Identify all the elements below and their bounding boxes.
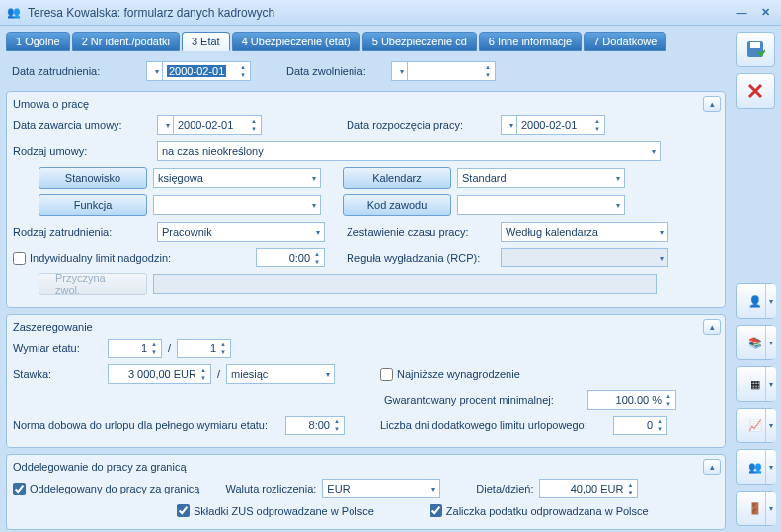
funkcja-combo[interactable]: ▾ <box>153 195 321 215</box>
przyczyna-zwol-input <box>153 274 657 294</box>
tab-nr-ident[interactable]: 2 Nr ident./podatki <box>72 32 180 51</box>
stawka-label: Stawka: <box>13 368 102 380</box>
najnizsze-checkbox[interactable]: Najniższe wynagrodzenie <box>380 368 520 381</box>
skladki-checkbox[interactable]: Składki ZUS odprowadzane w Polsce <box>177 504 374 517</box>
zestawienie-label: Zestawienie czasu pracy: <box>347 226 495 238</box>
tab-dodatkowe[interactable]: 7 Dodatkowe <box>584 32 666 51</box>
collapse-oddel[interactable]: ▴ <box>703 459 721 475</box>
action-6-button[interactable]: 🚪 <box>736 491 775 526</box>
wymiar-den-spinner[interactable]: 1▲▼ <box>177 339 231 358</box>
svg-rect-1 <box>750 42 760 48</box>
data-zwolnienia-field[interactable]: ▾ ▲▼ <box>391 61 496 81</box>
section-umowa-title: Umowa o pracę <box>13 98 719 110</box>
funkcja-button[interactable]: Funkcja <box>39 194 147 216</box>
tab-ubezpieczenie-etat[interactable]: 4 Ubezpieczenie (etat) <box>232 32 360 51</box>
norma-spinner[interactable]: 8:00▲▼ <box>285 416 345 435</box>
action-3-button[interactable]: ▦ <box>736 366 775 402</box>
liczba-dni-spinner[interactable]: 0▲▼ <box>613 416 667 435</box>
books-icon: 📚 <box>748 337 762 349</box>
kod-zawodu-combo[interactable]: ▾ <box>457 195 625 215</box>
data-rozpoczecia-field[interactable]: ▾ 2000-02-01▲▼ <box>501 115 605 135</box>
minimize-button[interactable]: — <box>732 4 751 22</box>
exit-icon: 🚪 <box>748 502 762 515</box>
wymiar-num-spinner[interactable]: 1▲▼ <box>108 339 162 358</box>
tab-ubezpieczenie-cd[interactable]: 5 Ubezpieczenie cd <box>362 32 477 51</box>
slash-label: / <box>168 342 171 354</box>
data-zwolnienia-label: Data zwolnienia: <box>286 65 385 77</box>
rodzaj-umowy-label: Rodzaj umowy: <box>13 145 151 157</box>
kalendarz-combo[interactable]: Standard▾ <box>457 168 625 188</box>
kod-zawodu-button[interactable]: Kod zawodu <box>343 194 451 216</box>
przyczyna-zwol-button: Przyczyna zwol. <box>39 273 147 295</box>
liczba-dni-label: Liczba dni dodatkowego limitu urlopowego… <box>380 419 607 431</box>
side-panel: 👤 📚 ▦ 📈 👥 🚪 <box>732 26 781 532</box>
section-oddelegowanie: Oddelegowanie do pracy za granicą ▴ Odde… <box>6 454 726 530</box>
rodzaj-umowy-combo[interactable]: na czas nieokreślony▾ <box>157 141 661 161</box>
section-zasz-title: Zaszeregowanie <box>13 321 719 333</box>
grid-icon: ▦ <box>750 378 760 391</box>
window-title: Teresa Kowalska: formularz danych kadrow… <box>28 6 728 20</box>
waluta-combo[interactable]: EUR▾ <box>322 479 440 498</box>
gwarant-spinner[interactable]: 100.00 %▲▼ <box>587 390 676 410</box>
tab-etat[interactable]: 3 Etat <box>182 32 230 51</box>
collapse-umowa[interactable]: ▴ <box>703 96 721 112</box>
oddelegowany-checkbox[interactable]: Oddelegowany do pracy za granicą <box>13 483 199 495</box>
zaliczka-checkbox[interactable]: Zaliczka podatku odprowadzana w Polsce <box>430 504 649 517</box>
action-4-button[interactable]: 📈 <box>736 408 775 443</box>
indyw-limit-checkbox[interactable]: Indywidualny limit nadgodzin: <box>13 252 171 265</box>
cancel-button[interactable] <box>736 73 775 109</box>
collapse-zasz[interactable]: ▴ <box>703 319 721 335</box>
regula-combo: ▾ <box>501 248 668 267</box>
chart-icon: 📈 <box>748 419 762 432</box>
stanowisko-button[interactable]: Stanowisko <box>39 167 147 189</box>
indyw-limit-spinner[interactable]: 0:00▲▼ <box>256 248 325 267</box>
data-rozpoczecia-label: Data rozpoczęcia pracy: <box>347 119 495 131</box>
wymiar-label: Wymiar etatu: <box>13 342 102 354</box>
gwarant-label: Gwarantowany procent minimalnej: <box>384 394 582 406</box>
zestawienie-combo[interactable]: Według kalendarza▾ <box>501 222 668 242</box>
people-icon: 👥 <box>748 461 762 474</box>
tab-ogolne[interactable]: 1 Ogólne <box>6 32 70 51</box>
data-zawarcia-field[interactable]: ▾ 2000-02-01▲▼ <box>157 115 262 135</box>
regula-label: Reguła wygładzania (RCP): <box>347 252 495 264</box>
waluta-label: Waluta rozliczenia: <box>225 483 316 494</box>
stanowisko-combo[interactable]: księgowa▾ <box>153 168 321 188</box>
section-umowa: Umowa o pracę ▴ Data zawarcia umowy: ▾ 2… <box>6 91 726 308</box>
section-zaszeregowanie: Zaszeregowanie ▴ Wymiar etatu: 1▲▼ / 1▲▼… <box>6 314 726 448</box>
section-oddel-title: Oddelegowanie do pracy za granicą <box>13 461 719 473</box>
rodzaj-zatrudnienia-combo[interactable]: Pracownik▾ <box>157 222 325 242</box>
tab-inne-informacje[interactable]: 6 Inne informacje <box>479 32 582 51</box>
stawka-per-combo[interactable]: miesiąc▾ <box>226 364 335 384</box>
dieta-label: Dieta/dzień: <box>476 483 533 494</box>
titlebar: 👥 Teresa Kowalska: formularz danych kadr… <box>0 0 781 26</box>
kalendarz-button[interactable]: Kalendarz <box>343 167 451 189</box>
dieta-spinner[interactable]: 40,00 EUR▲▼ <box>539 479 638 498</box>
tab-bar: 1 Ogólne 2 Nr ident./podatki 3 Etat 4 Ub… <box>6 32 726 51</box>
close-button[interactable]: ✕ <box>755 4 775 22</box>
data-zatrudnienia-label: Data zatrudnienia: <box>12 65 140 77</box>
app-icon: 👥 <box>6 5 22 21</box>
slash2-label: / <box>217 368 220 380</box>
action-2-button[interactable]: 📚 <box>736 325 775 360</box>
rodzaj-zatrudnienia-label: Rodzaj zatrudnienia: <box>13 226 151 238</box>
stawka-spinner[interactable]: 3 000,00 EUR▲▼ <box>108 364 211 384</box>
action-5-button[interactable]: 👥 <box>736 449 775 485</box>
action-1-button[interactable]: 👤 <box>736 283 775 319</box>
person-icon: 👤 <box>748 295 762 308</box>
data-zawarcia-label: Data zawarcia umowy: <box>13 119 151 131</box>
save-button[interactable] <box>736 32 775 67</box>
norma-label: Norma dobowa do urlopu dla pełnego wymia… <box>13 419 279 431</box>
data-zatrudnienia-field[interactable]: ▾ 2000-02-01▲▼ <box>146 61 251 81</box>
